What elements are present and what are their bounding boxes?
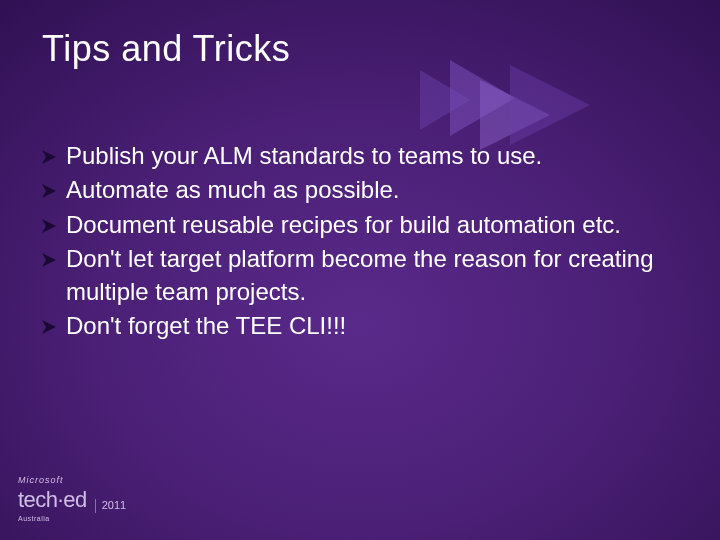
- bullet-arrow-icon: [42, 253, 60, 267]
- bullet-text: Don't let target platform become the rea…: [66, 243, 678, 308]
- list-item: Don't let target platform become the rea…: [42, 243, 678, 308]
- bullet-text: Document reusable recipes for build auto…: [66, 209, 678, 241]
- bullet-text: Automate as much as possible.: [66, 174, 678, 206]
- list-item: Publish your ALM standards to teams to u…: [42, 140, 678, 172]
- svg-marker-1: [450, 60, 515, 136]
- bullet-arrow-icon: [42, 320, 60, 334]
- bullet-arrow-icon: [42, 219, 60, 233]
- svg-marker-4: [42, 150, 56, 164]
- slide-title: Tips and Tricks: [42, 28, 290, 70]
- branding-block: Microsoft tech·ed 2011 Australia: [18, 475, 126, 522]
- svg-marker-8: [42, 320, 56, 334]
- bullet-text: Publish your ALM standards to teams to u…: [66, 140, 678, 172]
- svg-marker-7: [42, 253, 56, 267]
- list-item: Automate as much as possible.: [42, 174, 678, 206]
- list-item: Document reusable recipes for build auto…: [42, 209, 678, 241]
- svg-marker-5: [42, 184, 56, 198]
- svg-marker-3: [510, 65, 590, 145]
- bullet-arrow-icon: [42, 184, 60, 198]
- svg-marker-0: [420, 70, 470, 130]
- branding-company: Microsoft: [18, 475, 126, 485]
- branding-year: 2011: [95, 499, 126, 513]
- branding-region: Australia: [18, 515, 126, 522]
- bullet-arrow-icon: [42, 150, 60, 164]
- branding-product: tech·ed: [18, 487, 87, 513]
- bullet-text: Don't forget the TEE CLI!!!: [66, 310, 678, 342]
- bullet-list: Publish your ALM standards to teams to u…: [42, 140, 678, 344]
- svg-marker-6: [42, 219, 56, 233]
- list-item: Don't forget the TEE CLI!!!: [42, 310, 678, 342]
